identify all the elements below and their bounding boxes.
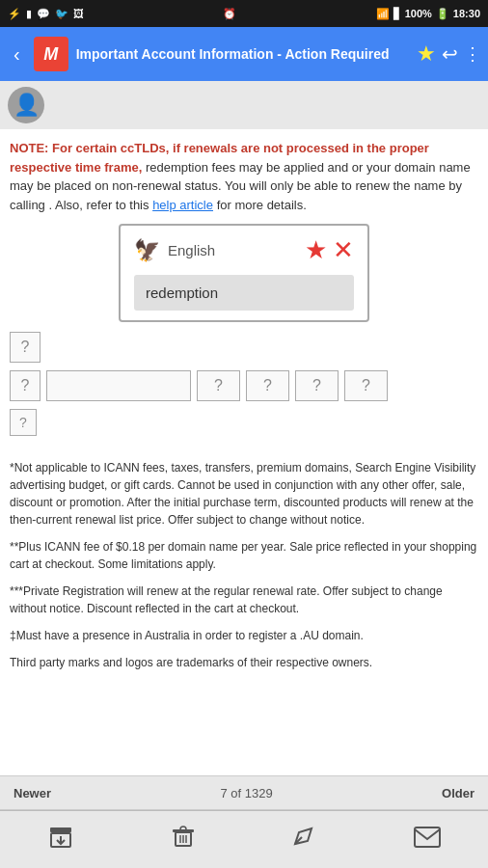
nav-actions: ★ ↩ ⋮ <box>417 41 480 67</box>
popup-bird-icon: 🦅 <box>134 238 160 263</box>
svg-rect-0 <box>50 827 71 832</box>
status-bar: ⚡ ▮ 💬 🐦 🖼 ⏰ 📶 ▋ 100% 🔋 18:30 <box>0 0 488 27</box>
placeholder-image-long <box>46 370 191 401</box>
image-row-2: ? ? ? ? ? <box>10 370 478 401</box>
back-button[interactable]: ‹ <box>8 40 26 69</box>
status-center: ⏰ <box>223 8 236 20</box>
older-button[interactable]: Older <box>442 786 474 800</box>
bottom-toolbar <box>0 810 488 868</box>
twitter-icon: 🐦 <box>55 8 68 20</box>
pagination-bar: Newer 7 of 1329 Older <box>0 775 488 810</box>
delete-button[interactable] <box>164 821 203 859</box>
image-row-1: ? <box>10 332 478 363</box>
note-end-text: for more details. <box>217 198 307 212</box>
fine-print-p3: ***Private Registration will renew at th… <box>10 583 478 617</box>
image-row-3: ? <box>10 409 478 436</box>
nav-bar: ‹ M Important Account Information - Acti… <box>0 27 488 81</box>
battery-full-icon: 🔋 <box>436 8 449 20</box>
reply-button[interactable]: ↩ <box>442 42 458 66</box>
whatsapp-icon: 💬 <box>37 8 50 20</box>
time-display: 18:30 <box>453 8 480 19</box>
alarm-icon: ⏰ <box>223 8 236 19</box>
battery-percent: 100% <box>405 8 432 19</box>
mail-icon <box>414 827 441 854</box>
fine-print-p1: *Not applicable to ICANN fees, taxes, tr… <box>10 459 478 529</box>
popup-language-label: English <box>160 242 305 258</box>
note-paragraph: NOTE: For certain ccTLDs, if renewals ar… <box>10 139 478 214</box>
placeholder-image-6: ? <box>344 370 388 401</box>
placeholder-image-2: ? <box>10 370 41 401</box>
fine-print-p5: Third party marks and logos are trademar… <box>10 654 478 671</box>
placeholder-image-7: ? <box>10 409 37 436</box>
avatar-icon: 👤 <box>14 93 40 118</box>
trash-icon <box>172 825 195 855</box>
placeholder-image-3: ? <box>197 370 240 401</box>
archive-icon <box>48 825 73 855</box>
placeholder-image-5: ? <box>295 370 339 401</box>
photo-icon: 🖼 <box>73 8 84 19</box>
signal-icon: ▋ <box>393 8 401 20</box>
popup-search-input[interactable] <box>134 275 354 311</box>
wifi-icon: 📶 <box>376 8 390 20</box>
help-article-link[interactable]: help article <box>152 198 213 212</box>
svg-rect-9 <box>415 827 440 847</box>
status-right-icons: 📶 ▋ 100% 🔋 18:30 <box>376 8 480 20</box>
email-subject-title: Important Account Information - Action R… <box>76 45 409 63</box>
popup-close-button[interactable]: ✕ <box>333 235 354 265</box>
newer-button[interactable]: Newer <box>14 786 51 800</box>
placeholder-image-1: ? <box>10 332 41 363</box>
fine-print-p4: ‡Must have a presence in Australia in or… <box>10 627 478 644</box>
label-icon <box>292 825 317 855</box>
mail-button[interactable] <box>408 821 447 859</box>
fine-print-section: *Not applicable to ICANN fees, taxes, tr… <box>0 453 488 687</box>
avatar: 👤 <box>8 87 44 123</box>
placeholder-image-4: ? <box>246 370 289 401</box>
battery-icon: ▮ <box>26 8 32 20</box>
star-button[interactable]: ★ <box>417 41 436 67</box>
email-scroll-area[interactable]: NOTE: For certain ccTLDs, if renewals ar… <box>0 129 488 824</box>
archive-button[interactable] <box>41 821 80 859</box>
popup-star-icon[interactable]: ★ <box>305 235 327 265</box>
usb-icon: ⚡ <box>8 8 21 20</box>
more-options-button[interactable]: ⋮ <box>464 43 480 65</box>
pagination-info: 7 of 1329 <box>220 786 272 800</box>
sender-avatar-section: 👤 <box>0 81 488 129</box>
popup-header: 🦅 English ★ ✕ <box>134 235 354 265</box>
email-body: NOTE: For certain ccTLDs, if renewals ar… <box>0 129 488 453</box>
fine-print-p2: **Plus ICANN fee of $0.18 per domain nam… <box>10 538 478 573</box>
language-popup: 🦅 English ★ ✕ <box>119 224 369 322</box>
label-button[interactable] <box>285 821 324 859</box>
status-left-icons: ⚡ ▮ 💬 🐦 🖼 <box>8 8 84 20</box>
gmail-icon: M <box>34 37 68 71</box>
